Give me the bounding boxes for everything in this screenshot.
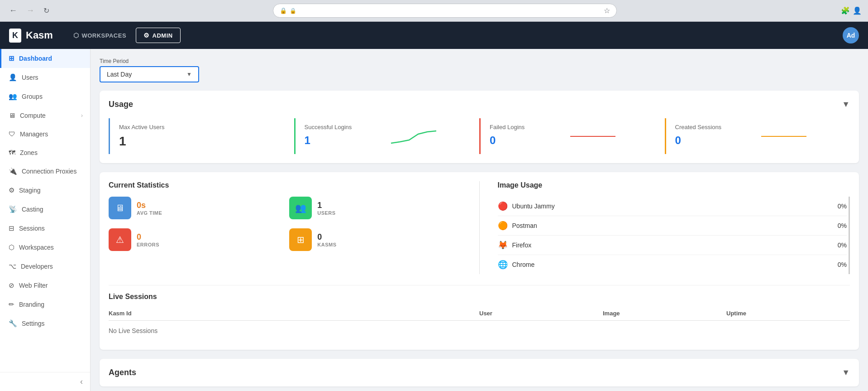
stat-users: 👥 1 USERS	[289, 197, 461, 219]
bookmark-icon[interactable]: ☆	[604, 6, 610, 15]
metric-label-max-active: Max Active Users	[119, 124, 285, 130]
connection-proxies-icon: 🔌	[9, 167, 17, 175]
th-uptime: Uptime	[726, 310, 850, 317]
sidebar-item-connection-proxies[interactable]: 🔌 Connection Proxies	[0, 162, 90, 181]
sidebar-item-compute[interactable]: 🖥 Compute ›	[0, 106, 90, 125]
main-content: Time Period Last Day ▼ Usage ▼ Max Activ…	[91, 49, 868, 391]
users-icon: 👤	[9, 73, 17, 82]
staging-icon: ⚙	[9, 186, 14, 194]
avatar[interactable]: Ad	[843, 27, 859, 43]
sidebar-item-staging[interactable]: ⚙ Staging	[0, 181, 90, 200]
chrome-name: Chrome	[512, 261, 833, 268]
sidebar-item-casting[interactable]: 📡 Casting	[0, 200, 90, 219]
address-bar[interactable]: 🔒 🔒 https://localhost:8443/#/dashboard ☆	[273, 4, 617, 18]
kasms-icon: ⊞	[289, 228, 312, 251]
time-period-section: Time Period Last Day ▼	[100, 58, 859, 82]
metric-label-successful: Successful Logins	[305, 124, 352, 130]
image-usage-title: Image Usage	[498, 181, 850, 189]
sidebar-item-web-filter[interactable]: ⊘ Web Filter	[0, 276, 90, 295]
agents-title: Agents	[109, 368, 136, 377]
casting-icon: 📡	[9, 205, 17, 213]
image-usage-list: 🔴 Ubuntu Jammy 0% 🟠 Postman 0% 🦊 Firefox	[498, 197, 850, 274]
live-sessions-section: Live Sessions Kasm Id User Image Uptime …	[109, 285, 850, 341]
stats-image-card: Current Statistics 🖥 0s AVG TIME	[100, 172, 859, 350]
agents-toggle-icon[interactable]: ▼	[842, 368, 850, 377]
workspaces-icon: ⬡	[9, 243, 14, 251]
metric-value-successful[interactable]: 1	[305, 134, 352, 147]
image-row-postman: 🟠 Postman 0%	[498, 216, 847, 236]
postman-pct: 0%	[838, 222, 847, 229]
time-period-chevron: ▼	[186, 71, 192, 77]
refresh-button[interactable]: ↻	[41, 5, 52, 17]
extensions-button[interactable]: 🧩	[841, 6, 850, 15]
agents-card: Agents ▼	[100, 359, 859, 386]
agents-card-header: Agents ▼	[109, 368, 850, 377]
time-period-select[interactable]: Last Day ▼	[100, 66, 199, 82]
sidebar-item-settings[interactable]: 🔧 Settings	[0, 314, 90, 333]
dashboard-icon: ⊞	[9, 54, 14, 63]
workspaces-icon: ⬡	[73, 32, 79, 39]
sidebar: ⊞ Dashboard 👤 Users 👥 Groups 🖥 Compute ›…	[0, 49, 91, 391]
ubuntu-name: Ubuntu Jammy	[512, 203, 833, 210]
metric-failed-logins: Failed Logins 0	[479, 118, 665, 154]
section-divider	[479, 181, 480, 274]
image-usage-section: Image Usage 🔴 Ubuntu Jammy 0% 🟠 Postman …	[498, 181, 850, 274]
usage-card: Usage ▼ Max Active Users 1 Successful Lo…	[100, 91, 859, 163]
time-period-label: Time Period	[100, 58, 859, 64]
current-statistics-title: Current Statistics	[109, 181, 461, 189]
users-stat-icon: 👥	[289, 197, 312, 219]
sidebar-collapse-btn[interactable]: ‹	[0, 372, 90, 391]
sidebar-item-developers[interactable]: ⌥ Developers	[0, 257, 90, 276]
sidebar-item-users[interactable]: 👤 Users	[0, 68, 90, 87]
forward-button[interactable]: →	[24, 4, 37, 17]
admin-nav-btn[interactable]: ⚙ ADMIN	[136, 28, 181, 43]
successful-logins-sparkline	[357, 124, 470, 145]
logo-icon: K	[9, 29, 21, 43]
sidebar-item-sessions[interactable]: ⊟ Sessions	[0, 219, 90, 238]
sidebar-item-groups[interactable]: 👥 Groups	[0, 87, 90, 106]
usage-card-header: Usage ▼	[109, 100, 850, 109]
app-body: ⊞ Dashboard 👤 Users 👥 Groups 🖥 Compute ›…	[0, 49, 868, 391]
managers-icon: 🛡	[9, 130, 15, 138]
chrome-icon: 🌐	[498, 260, 508, 270]
firefox-name: Firefox	[512, 241, 833, 249]
compute-icon: 🖥	[9, 111, 15, 119]
sidebar-item-dashboard[interactable]: ⊞ Dashboard	[0, 49, 90, 68]
sessions-icon: ⊟	[9, 224, 14, 232]
image-row-firefox: 🦊 Firefox 0%	[498, 236, 847, 255]
web-filter-icon: ⊘	[9, 281, 14, 290]
chrome-pct: 0%	[838, 261, 847, 268]
compute-arrow-icon: ›	[81, 112, 83, 119]
sidebar-item-zones[interactable]: 🗺 Zones	[0, 143, 90, 162]
metric-max-active-users: Max Active Users 1	[109, 118, 294, 154]
workspaces-nav-btn[interactable]: ⬡ WORKSPACES	[66, 28, 134, 43]
ubuntu-pct: 0%	[838, 203, 847, 210]
url-input[interactable]: https://localhost:8443/#/dashboard	[299, 7, 601, 14]
sidebar-item-managers[interactable]: 🛡 Managers	[0, 125, 90, 143]
zones-icon: 🗺	[9, 149, 15, 156]
logo-text: Kasm	[26, 29, 53, 41]
th-user: User	[479, 310, 603, 317]
admin-icon: ⚙	[143, 32, 150, 39]
stat-kasms: ⊞ 0 KASMS	[289, 228, 461, 251]
usage-title: Usage	[109, 100, 133, 109]
sidebar-item-branding[interactable]: ✏ Branding	[0, 295, 90, 314]
back-button[interactable]: ←	[6, 4, 20, 17]
users-label: USERS	[317, 210, 335, 216]
stat-avg-time: 🖥 0s AVG TIME	[109, 197, 280, 219]
browser-chrome: ← → ↻ 🔒 🔒 https://localhost:8443/#/dashb…	[0, 0, 868, 22]
live-sessions-table-header: Kasm Id User Image Uptime	[109, 306, 850, 321]
branding-icon: ✏	[9, 300, 14, 309]
metric-value-failed[interactable]: 0	[490, 134, 525, 147]
kasms-label: KASMS	[317, 242, 336, 247]
metric-label-created: Created Sessions	[675, 124, 722, 130]
usage-toggle-icon[interactable]: ▼	[842, 100, 850, 109]
profile-button[interactable]: 👤	[853, 6, 862, 15]
created-sessions-sparkline	[727, 124, 841, 145]
th-kasm-id: Kasm Id	[109, 310, 479, 317]
firefox-icon: 🦊	[498, 240, 508, 250]
users-value: 1	[317, 201, 335, 210]
postman-icon: 🟠	[498, 221, 508, 231]
sidebar-item-workspaces[interactable]: ⬡ Workspaces	[0, 238, 90, 257]
metric-value-created[interactable]: 0	[675, 134, 722, 147]
